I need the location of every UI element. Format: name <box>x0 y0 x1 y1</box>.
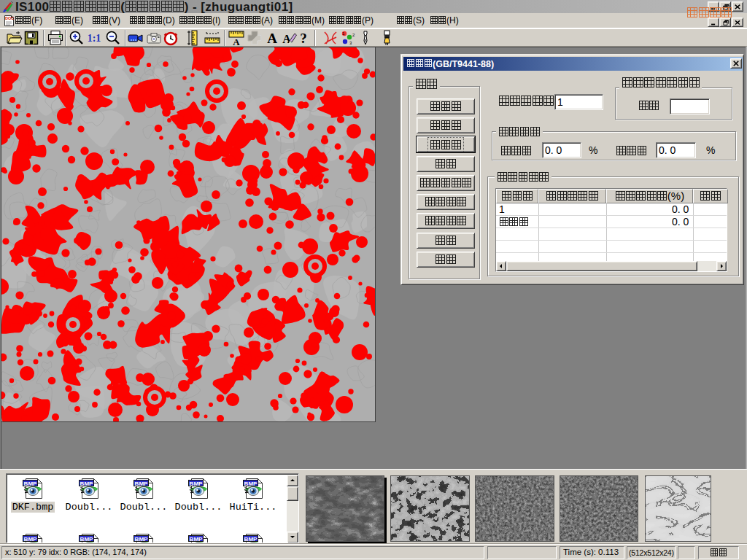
svg-text:BMP: BMP <box>24 481 37 487</box>
svg-text:DOC: DOC <box>5 16 14 20</box>
svg-text:A: A <box>282 33 291 45</box>
svg-text:BMP: BMP <box>244 481 258 487</box>
svg-text:BMP: BMP <box>135 536 148 542</box>
svg-text:BMP: BMP <box>244 536 258 542</box>
svg-text:?: ? <box>300 31 307 46</box>
svg-text:BMP: BMP <box>24 536 37 542</box>
svg-text:BMP: BMP <box>135 481 148 487</box>
svg-text:2: 2 <box>352 33 355 37</box>
svg-text:A: A <box>233 36 240 47</box>
svg-text:1:1: 1:1 <box>88 33 101 44</box>
svg-text:BMP: BMP <box>80 536 93 542</box>
svg-text:BMP: BMP <box>190 481 203 487</box>
svg-text:BMP: BMP <box>190 536 203 542</box>
svg-text:3: 3 <box>349 41 352 45</box>
svg-text:A: A <box>267 31 277 46</box>
svg-text:BMP: BMP <box>80 481 93 487</box>
